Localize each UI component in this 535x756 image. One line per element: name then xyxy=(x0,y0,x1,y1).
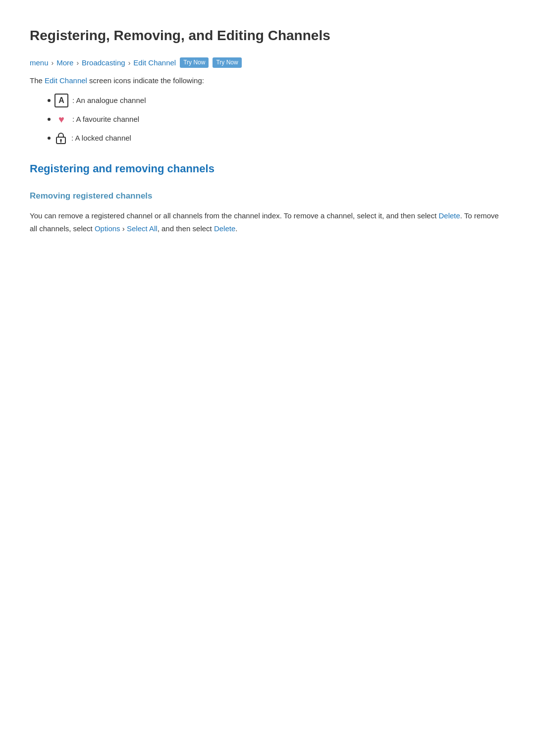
icon-list-item-locked: : A locked channel xyxy=(48,131,505,145)
section1-title: Registering and removing channels xyxy=(30,160,505,177)
icon-list: A : An analogue channel ♥ : A favourite … xyxy=(30,94,505,145)
favourite-description: : A favourite channel xyxy=(72,113,139,125)
body-text-removing: You can remove a registered channel or a… xyxy=(30,209,505,235)
icon-list-item-favourite: ♥ : A favourite channel xyxy=(48,112,505,126)
locked-description: : A locked channel xyxy=(71,132,131,144)
intro-text: The Edit Channel screen icons indicate t… xyxy=(30,75,505,87)
delete-link-2[interactable]: Delete xyxy=(214,224,235,233)
breadcrumb-sep-1: › xyxy=(52,57,54,68)
select-all-link[interactable]: Select All xyxy=(127,224,158,233)
breadcrumb-edit-channel[interactable]: Edit Channel xyxy=(133,57,176,69)
breadcrumb-more[interactable]: More xyxy=(56,57,73,69)
bullet-dot-2 xyxy=(48,118,51,121)
lock-icon xyxy=(54,131,67,145)
options-link[interactable]: Options xyxy=(95,224,120,233)
subsection1-title: Removing registered channels xyxy=(30,189,505,202)
svg-point-1 xyxy=(60,139,62,141)
breadcrumb-menu[interactable]: menu xyxy=(30,57,49,69)
breadcrumb: menu › More › Broadcasting › Edit Channe… xyxy=(30,57,505,69)
try-now-badge-1[interactable]: Try Now xyxy=(180,57,209,68)
analogue-description: : An analogue channel xyxy=(72,95,146,106)
try-now-badge-2[interactable]: Try Now xyxy=(213,57,241,68)
breadcrumb-broadcasting[interactable]: Broadcasting xyxy=(82,57,125,69)
breadcrumb-sep-3: › xyxy=(128,57,131,68)
intro-edit-channel-link[interactable]: Edit Channel xyxy=(45,76,87,85)
bullet-dot-3 xyxy=(48,137,51,140)
bullet-dot-1 xyxy=(48,99,51,102)
page-title: Registering, Removing, and Editing Chann… xyxy=(30,20,505,47)
analogue-icon: A xyxy=(54,94,68,107)
delete-link-1[interactable]: Delete xyxy=(439,211,460,220)
icon-list-item-analogue: A : An analogue channel xyxy=(48,94,505,107)
arrow-separator: › xyxy=(122,224,127,233)
breadcrumb-sep-2: › xyxy=(76,57,79,68)
heart-icon: ♥ xyxy=(54,112,68,126)
